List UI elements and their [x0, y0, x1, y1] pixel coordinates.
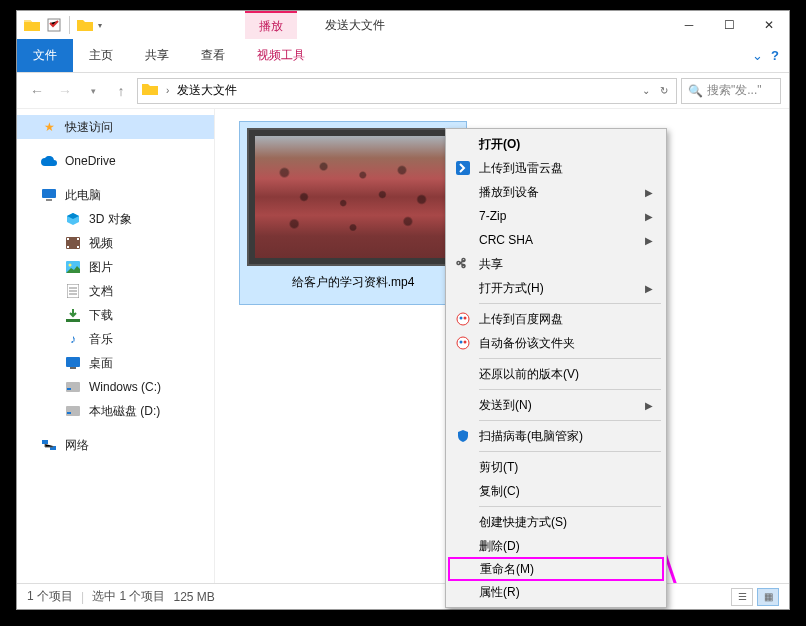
maximize-button[interactable]: ☐ — [709, 11, 749, 39]
explorer-window: ▾ 播放 发送大文件 ─ ☐ ✕ 文件 主页 共享 查看 视频工具 ⌄ ? ← … — [16, 10, 790, 610]
ctx-cast[interactable]: 播放到设备▶ — [449, 180, 663, 204]
cube-icon — [65, 211, 81, 227]
search-placeholder: 搜索"发..." — [707, 82, 762, 99]
titlebar: ▾ 播放 发送大文件 ─ ☐ ✕ — [17, 11, 789, 39]
sidebar-item-pictures[interactable]: 图片 — [17, 255, 214, 279]
status-bar: 1 个项目 | 选中 1 个项目 125 MB ☰ ▦ — [17, 583, 789, 609]
xunlei-icon — [455, 160, 471, 176]
sidebar-label: 本地磁盘 (D:) — [89, 403, 160, 420]
ctx-properties[interactable]: 属性(R) — [449, 580, 663, 604]
ctx-rename[interactable]: 重命名(M) — [448, 557, 664, 581]
svg-point-25 — [457, 313, 469, 325]
sidebar-item-drive-d[interactable]: 本地磁盘 (D:) — [17, 399, 214, 423]
view-details-button[interactable]: ☰ — [731, 588, 753, 606]
ctx-share[interactable]: 共享 — [449, 252, 663, 276]
ribbon-tabs: 文件 主页 共享 查看 视频工具 ⌄ ? — [17, 39, 789, 73]
context-menu: 打开(O) 上传到迅雷云盘 播放到设备▶ 7-Zip▶ CRC SHA▶ 共享 … — [445, 128, 667, 608]
view-icons-button[interactable]: ▦ — [757, 588, 779, 606]
explorer-body: ★ 快速访问 OneDrive 此电脑 3D 对象 — [17, 109, 789, 583]
folder-icon — [142, 82, 158, 99]
window-controls: ─ ☐ ✕ — [669, 11, 789, 39]
address-field[interactable]: › 发送大文件 ⌄ ↻ — [137, 78, 677, 104]
forward-button[interactable]: → — [53, 79, 77, 103]
status-item-count: 1 个项目 — [27, 588, 73, 605]
monitor-icon — [41, 187, 57, 203]
desktop-icon — [65, 355, 81, 371]
qat-divider — [69, 16, 70, 34]
sidebar-label: 3D 对象 — [89, 211, 132, 228]
sidebar-item-downloads[interactable]: 下载 — [17, 303, 214, 327]
svg-point-30 — [464, 341, 467, 344]
address-dropdown-icon[interactable]: ⌄ — [638, 85, 654, 96]
tab-file[interactable]: 文件 — [17, 39, 73, 72]
ctx-open-with[interactable]: 打开方式(H)▶ — [449, 276, 663, 300]
documents-icon — [65, 283, 81, 299]
ctx-send-to[interactable]: 发送到(N)▶ — [449, 393, 663, 417]
ctx-open[interactable]: 打开(O) — [449, 132, 663, 156]
ctx-separator — [479, 358, 661, 359]
tab-view[interactable]: 查看 — [185, 39, 241, 72]
minimize-button[interactable]: ─ — [669, 11, 709, 39]
svg-rect-7 — [77, 246, 79, 248]
svg-rect-5 — [67, 246, 69, 248]
back-button[interactable]: ← — [25, 79, 49, 103]
svg-point-28 — [457, 337, 469, 349]
tab-video-tools[interactable]: 视频工具 — [241, 39, 321, 72]
contextual-tab-play[interactable]: 播放 — [245, 11, 297, 39]
file-name-label[interactable]: 给客户的学习资料.mp4 — [292, 274, 415, 291]
sidebar-item-music[interactable]: ♪ 音乐 — [17, 327, 214, 351]
sidebar-label: 快速访问 — [65, 119, 113, 136]
recent-dropdown[interactable]: ▾ — [81, 79, 105, 103]
ctx-separator — [479, 420, 661, 421]
ctx-delete[interactable]: 删除(D) — [449, 534, 663, 558]
sidebar-item-desktop[interactable]: 桌面 — [17, 351, 214, 375]
ctx-upload-baidu[interactable]: 上传到百度网盘 — [449, 307, 663, 331]
cloud-icon — [41, 153, 57, 169]
svg-rect-6 — [77, 238, 79, 240]
ctx-create-shortcut[interactable]: 创建快捷方式(S) — [449, 510, 663, 534]
quick-access-toolbar: ▾ — [17, 16, 102, 34]
svg-rect-19 — [66, 406, 80, 416]
ribbon-expand[interactable]: ⌄ ? — [752, 39, 789, 72]
ctx-crc-sha[interactable]: CRC SHA▶ — [449, 228, 663, 252]
svg-point-27 — [464, 317, 467, 320]
help-icon[interactable]: ? — [771, 48, 779, 63]
video-icon — [65, 235, 81, 251]
tab-share[interactable]: 共享 — [129, 39, 185, 72]
network-icon — [41, 437, 57, 453]
file-item-selected[interactable]: 给客户的学习资料.mp4 — [239, 121, 467, 305]
sidebar-item-this-pc[interactable]: 此电脑 — [17, 183, 214, 207]
sidebar-label: Windows (C:) — [89, 380, 161, 394]
ctx-auto-backup[interactable]: 自动备份该文件夹 — [449, 331, 663, 355]
sidebar-label: 音乐 — [89, 331, 113, 348]
share-icon — [455, 256, 471, 272]
ctx-restore[interactable]: 还原以前的版本(V) — [449, 362, 663, 386]
sidebar-item-onedrive[interactable]: OneDrive — [17, 149, 214, 173]
search-input[interactable]: 🔍 搜索"发..." — [681, 78, 781, 104]
svg-rect-17 — [66, 382, 80, 392]
svg-rect-1 — [42, 189, 56, 198]
ctx-copy[interactable]: 复制(C) — [449, 479, 663, 503]
tab-home[interactable]: 主页 — [73, 39, 129, 72]
svg-point-9 — [69, 264, 72, 267]
sidebar-item-drive-c[interactable]: Windows (C:) — [17, 375, 214, 399]
up-button[interactable]: ↑ — [109, 79, 133, 103]
svg-rect-18 — [67, 388, 71, 390]
close-button[interactable]: ✕ — [749, 11, 789, 39]
sidebar-item-documents[interactable]: 文档 — [17, 279, 214, 303]
sidebar-item-3d-objects[interactable]: 3D 对象 — [17, 207, 214, 231]
ctx-cut[interactable]: 剪切(T) — [449, 455, 663, 479]
breadcrumb-folder[interactable]: 发送大文件 — [177, 82, 237, 99]
qat-dropdown-icon[interactable]: ▾ — [98, 21, 102, 30]
pictures-icon — [65, 259, 81, 275]
ctx-7zip[interactable]: 7-Zip▶ — [449, 204, 663, 228]
sidebar-item-videos[interactable]: 视频 — [17, 231, 214, 255]
ctx-scan-virus[interactable]: 扫描病毒(电脑管家) — [449, 424, 663, 448]
sidebar-item-network[interactable]: 网络 — [17, 433, 214, 457]
nav-pane[interactable]: ★ 快速访问 OneDrive 此电脑 3D 对象 — [17, 109, 215, 583]
ctx-upload-xunlei[interactable]: 上传到迅雷云盘 — [449, 156, 663, 180]
sidebar-label: 桌面 — [89, 355, 113, 372]
sidebar-item-quick-access[interactable]: ★ 快速访问 — [17, 115, 214, 139]
properties-icon[interactable] — [45, 16, 63, 34]
refresh-icon[interactable]: ↻ — [656, 85, 672, 96]
